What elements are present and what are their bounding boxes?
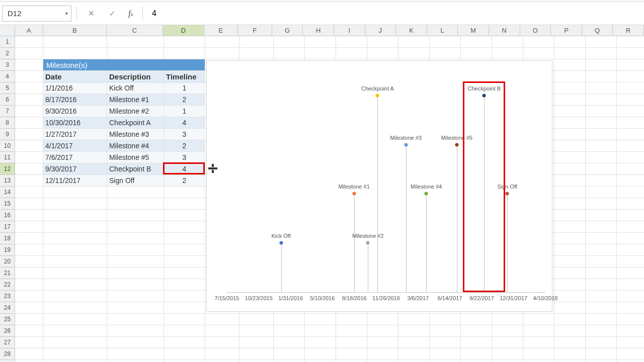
cell[interactable] [107,256,164,267]
cell[interactable] [15,233,43,244]
cell[interactable] [617,325,644,337]
cell[interactable] [554,302,586,314]
cell[interactable] [164,291,205,302]
cell[interactable] [107,325,164,337]
col-header-N[interactable]: N [489,25,520,36]
row-header-9[interactable]: 9 [0,129,15,140]
chart-marker[interactable] [455,143,459,146]
cell[interactable]: 2 [164,175,205,187]
cell[interactable] [586,94,617,106]
col-header-I[interactable]: I [334,25,365,36]
cell[interactable] [586,36,617,48]
cell[interactable] [107,244,164,256]
cell[interactable] [15,291,43,302]
cell[interactable] [43,348,107,360]
col-header-A[interactable]: A [15,25,43,36]
cell[interactable]: Milestone #1 [107,94,164,106]
cell[interactable] [15,129,43,140]
cell[interactable] [617,244,644,256]
cell[interactable] [398,314,430,325]
cell[interactable] [164,198,205,210]
cell[interactable] [336,325,367,337]
cell[interactable] [107,348,164,360]
cell[interactable] [164,337,205,348]
name-box[interactable]: D12 ▾ [2,6,71,22]
col-header-R[interactable]: R [613,25,644,36]
cell[interactable] [586,302,617,314]
cell[interactable] [43,36,107,48]
col-header-Q[interactable]: Q [582,25,613,36]
cell[interactable] [586,256,617,267]
cell[interactable]: 10/30/2016 [43,117,107,129]
cell[interactable] [523,36,554,48]
cell[interactable] [43,337,107,348]
cell[interactable] [398,325,430,337]
row-header-7[interactable]: 7 [0,106,15,117]
row-header-2[interactable]: 2 [0,48,15,59]
cell[interactable] [586,117,617,129]
cell[interactable] [554,82,586,94]
cell[interactable] [492,48,523,59]
cell[interactable] [239,36,274,48]
row-header-10[interactable]: 10 [0,140,15,152]
cell[interactable] [15,59,43,71]
cell[interactable] [430,348,461,360]
cell[interactable] [239,325,274,337]
cell[interactable] [15,82,43,94]
cell[interactable]: 2 [164,94,205,106]
cell[interactable] [107,198,164,210]
cell[interactable] [107,267,164,279]
cell[interactable] [617,36,644,48]
col-header-P[interactable]: P [551,25,582,36]
cell[interactable] [492,337,523,348]
cell[interactable] [586,187,617,198]
cell[interactable] [43,291,107,302]
cell[interactable] [586,221,617,233]
cell[interactable] [367,314,398,325]
cell[interactable] [367,36,398,48]
cell[interactable] [164,314,205,325]
cell[interactable] [205,314,239,325]
cell[interactable] [617,291,644,302]
cell[interactable] [617,348,644,360]
cell[interactable] [15,337,43,348]
chart-marker[interactable] [425,192,428,196]
cell[interactable] [274,348,305,360]
cell[interactable] [554,221,586,233]
col-header-O[interactable]: O [520,25,551,36]
cell[interactable] [554,48,586,59]
cell[interactable] [617,106,644,117]
cell[interactable]: 8/17/2016 [43,94,107,106]
cell[interactable] [554,244,586,256]
cell[interactable]: Kick Off [107,82,164,94]
row-header-1[interactable]: 1 [0,36,15,48]
cell[interactable] [554,94,586,106]
cell[interactable] [336,48,367,59]
cell[interactable] [15,348,43,360]
cell[interactable] [586,140,617,152]
cell[interactable] [15,36,43,48]
cell[interactable] [430,36,461,48]
cell[interactable] [164,221,205,233]
cell[interactable] [554,140,586,152]
cell[interactable] [239,314,274,325]
cell[interactable] [617,163,644,175]
cell[interactable] [164,325,205,337]
row-header-16[interactable]: 16 [0,210,15,221]
cell[interactable] [15,360,43,362]
cell[interactable] [554,117,586,129]
cell[interactable] [492,36,523,48]
cell[interactable] [523,337,554,348]
cell[interactable] [15,198,43,210]
cell[interactable] [43,267,107,279]
cell[interactable] [239,348,274,360]
cell[interactable] [430,48,461,59]
cell[interactable]: 7/6/2017 [43,152,107,163]
cell[interactable] [461,314,492,325]
cell[interactable] [15,302,43,314]
cell[interactable] [492,348,523,360]
row-header-23[interactable]: 23 [0,291,15,302]
cell[interactable] [107,314,164,325]
cell[interactable] [617,302,644,314]
cell[interactable] [554,314,586,325]
